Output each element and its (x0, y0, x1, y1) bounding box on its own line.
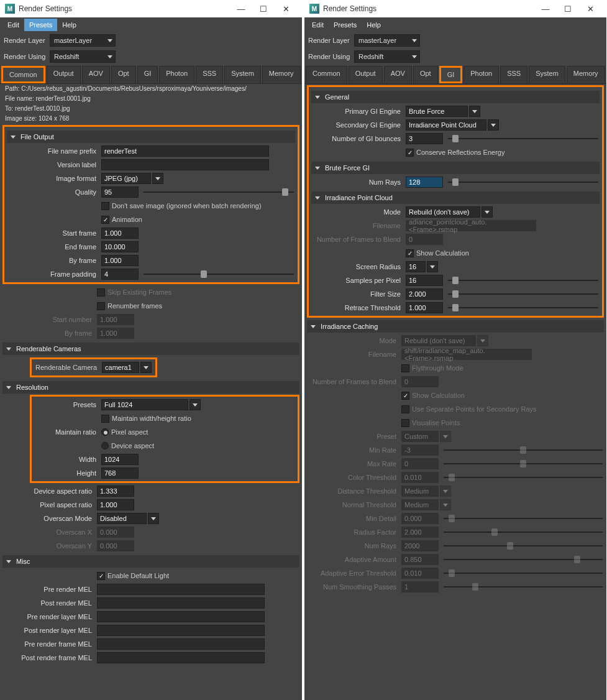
end-frame-input[interactable]: 10.000 (101, 241, 139, 252)
primary-gi-dropdown[interactable]: Brute Force (406, 106, 468, 117)
post-render-frame-mel-input[interactable] (97, 652, 265, 663)
section-ipc[interactable]: Irradiance Point Cloud (311, 191, 600, 204)
filter-size-slider[interactable] (448, 289, 598, 299)
render-using-dropdown[interactable]: Redshift (50, 50, 116, 63)
camera-arrow-icon[interactable] (140, 362, 152, 373)
image-format-dropdown[interactable]: JPEG (jpg) (101, 173, 151, 184)
screen-radius-arrow-icon[interactable] (427, 261, 438, 272)
tab-common[interactable]: Common (1, 66, 45, 83)
version-label-input[interactable] (101, 159, 269, 170)
tab-photon[interactable]: Photon (463, 66, 499, 83)
tab-output[interactable]: Output (349, 66, 383, 83)
tab-memory[interactable]: Memory (567, 66, 605, 83)
quality-slider[interactable] (144, 187, 294, 197)
tab-system[interactable]: System (529, 66, 565, 83)
close-icon[interactable]: ✕ (275, 0, 297, 17)
retrace-threshold-input[interactable]: 1.000 (406, 302, 443, 313)
bf-num-rays-input[interactable]: 128 (406, 177, 443, 188)
dont-save-checkbox[interactable] (101, 202, 109, 210)
section-resolution[interactable]: Resolution (2, 381, 299, 394)
height-input[interactable]: 768 (101, 467, 139, 479)
section-file-output[interactable]: File Output (7, 131, 295, 143)
renumber-checkbox[interactable] (97, 302, 105, 310)
num-bounces-slider[interactable] (448, 134, 598, 144)
device-aspect-radio[interactable] (101, 442, 109, 449)
post-render-layer-mel-input[interactable] (97, 625, 265, 636)
render-using-dropdown[interactable]: Redshift (354, 50, 420, 63)
start-frame-input[interactable]: 1.000 (101, 228, 139, 239)
frame-padding-input[interactable]: 4 (101, 269, 139, 280)
samples-per-pixel-input[interactable]: 16 (406, 275, 443, 286)
renderable-camera-dropdown[interactable]: camera1 (102, 362, 139, 373)
menu-help[interactable]: Help (362, 19, 386, 31)
tab-aov[interactable]: AOV (384, 66, 412, 83)
filename-prefix-input[interactable]: renderTest (101, 145, 269, 157)
presets-arrow-icon[interactable] (189, 399, 201, 410)
num-bounces-input[interactable]: 3 (406, 133, 443, 144)
tab-output[interactable]: Output (47, 66, 81, 83)
menu-help[interactable]: Help (57, 19, 81, 31)
pre-render-frame-mel-input[interactable] (97, 638, 265, 650)
tab-opt[interactable]: Opt (111, 66, 136, 83)
enable-default-light-checkbox[interactable] (97, 572, 105, 580)
tab-aov[interactable]: AOV (82, 66, 110, 83)
pixel-aspect-ratio-input[interactable]: 1.000 (97, 499, 134, 510)
ipc-show-calc-checkbox[interactable] (406, 249, 414, 257)
menu-edit[interactable]: Edit (2, 19, 24, 31)
overscan-arrow-icon[interactable] (148, 513, 159, 524)
pre-render-mel-input[interactable] (97, 584, 265, 595)
secondary-gi-arrow-icon[interactable] (488, 119, 499, 131)
minimize-icon[interactable]: — (230, 0, 252, 17)
conserve-checkbox[interactable] (406, 149, 414, 157)
secondary-gi-dropdown[interactable]: Irradiance Point Cloud (406, 119, 486, 131)
render-layer-dropdown[interactable]: masterLayer (354, 34, 420, 47)
menu-edit[interactable]: Edit (307, 19, 329, 31)
tab-sss[interactable]: SSS (500, 66, 527, 83)
bf-num-rays-slider[interactable] (448, 177, 598, 187)
section-misc[interactable]: Misc (2, 555, 299, 568)
ipc-mode-dropdown[interactable]: Rebuild (don't save) (406, 206, 480, 218)
animation-checkbox[interactable] (101, 216, 109, 224)
close-icon[interactable]: ✕ (579, 0, 601, 17)
image-format-arrow-icon[interactable] (152, 173, 163, 184)
titlebar[interactable]: M Render Settings — ☐ ✕ (0, 0, 302, 17)
pixel-aspect-radio[interactable] (101, 428, 109, 436)
flythrough-label: Flythrough Mode (412, 364, 463, 372)
retrace-threshold-slider[interactable] (448, 303, 598, 313)
minimize-icon[interactable]: — (534, 0, 557, 17)
frame-padding-slider[interactable] (144, 269, 294, 279)
presets-dropdown[interactable]: Full 1024 (101, 399, 188, 410)
tab-gi[interactable]: GI (439, 66, 463, 83)
tab-gi[interactable]: GI (137, 66, 158, 83)
tab-photon[interactable]: Photon (159, 66, 194, 83)
quality-input[interactable]: 95 (101, 187, 139, 198)
maintain-ratio-checkbox[interactable] (101, 415, 109, 423)
tab-opt[interactable]: Opt (413, 66, 438, 83)
titlebar[interactable]: M Render Settings — ☐ ✕ (304, 0, 606, 17)
tab-memory[interactable]: Memory (262, 66, 301, 83)
tab-common[interactable]: Common (306, 66, 347, 83)
section-general[interactable]: General (311, 91, 600, 103)
screen-radius-dropdown[interactable]: 16 (406, 261, 426, 272)
pre-render-layer-mel-input[interactable] (97, 611, 265, 622)
filter-size-input[interactable]: 2.000 (406, 288, 443, 300)
section-renderable-cameras[interactable]: Renderable Cameras (2, 343, 299, 355)
post-render-mel-input[interactable] (97, 597, 265, 609)
menu-presets[interactable]: Presets (329, 19, 362, 31)
overscan-mode-dropdown[interactable]: Disabled (97, 513, 147, 524)
primary-gi-arrow-icon[interactable] (469, 106, 480, 117)
skip-existing-label: Skip Existing Frames (107, 288, 171, 296)
maximize-icon[interactable]: ☐ (252, 0, 275, 17)
by-frame-input[interactable]: 1.000 (101, 255, 139, 266)
section-brute-force[interactable]: Brute Force GI (311, 162, 600, 174)
width-input[interactable]: 1024 (101, 454, 139, 465)
maximize-icon[interactable]: ☐ (557, 0, 579, 17)
menu-presets[interactable]: Presets (24, 19, 57, 31)
ipc-mode-arrow-icon[interactable] (481, 206, 493, 218)
tab-system[interactable]: System (224, 66, 261, 83)
samples-per-pixel-slider[interactable] (448, 275, 598, 285)
device-aspect-ratio-input[interactable]: 1.333 (97, 486, 134, 497)
section-ic[interactable]: Irradiance Caching (307, 320, 604, 333)
render-layer-dropdown[interactable]: masterLayer (50, 34, 116, 47)
tab-sss[interactable]: SSS (196, 66, 223, 83)
